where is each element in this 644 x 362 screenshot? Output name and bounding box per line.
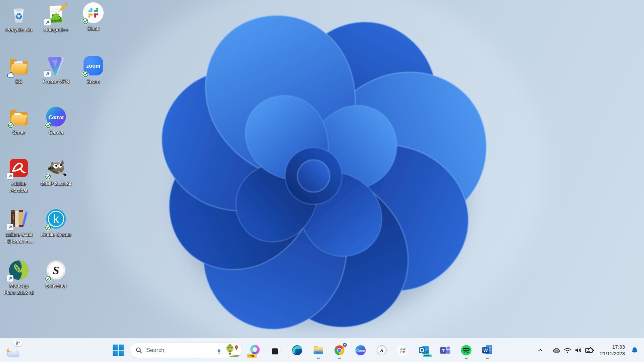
desktop-icon-canva[interactable]: Canva Canva — [38, 105, 74, 136]
shortcut-arrow-badge — [7, 224, 13, 230]
desktop-icon-recycle-bin[interactable]: ♻ Recycle Bin — [0, 3, 37, 33]
taskbar-outlook-button[interactable]: NEW — [414, 341, 434, 360]
madcap-flare-icon — [7, 259, 30, 282]
desktop-icon-label: Kindle Create — [41, 231, 71, 238]
slack-icon — [397, 344, 409, 356]
taskbar-canva-button[interactable]: Canva — [351, 341, 371, 360]
calibre-icon: ALIBRE — [7, 207, 30, 230]
search-daily-image[interactable] — [215, 343, 240, 357]
wallpaper-bloom — [60, 0, 564, 362]
desktop-icon-gimp[interactable]: GIMP 2.10.34 — [38, 157, 74, 187]
running-indicator — [338, 358, 341, 359]
taskbar-weather-widget[interactable]: 9° — [3, 338, 56, 362]
desktop-icon-label: Zoom — [87, 78, 100, 85]
system-tray: 17:33 21/11/2023 — [535, 338, 640, 362]
adobe-acrobat-icon — [7, 157, 30, 179]
outlook-new-badge: NEW — [423, 354, 432, 357]
taskbar-file-explorer-button[interactable] — [308, 341, 328, 360]
synced-check-badge — [82, 71, 89, 78]
scrivener-icon: S — [376, 345, 387, 356]
synced-check-badge — [45, 122, 52, 129]
wifi-tray-button[interactable] — [562, 343, 573, 358]
desktop-icon-es-folder[interactable]: ES — [0, 54, 37, 85]
volume-icon — [574, 347, 582, 354]
onedrive-cloud-badge — [6, 72, 15, 78]
taskbar-slack-button[interactable] — [393, 341, 413, 360]
desktop-icon-label: Recycle Bin — [5, 26, 32, 33]
word-icon: W — [481, 344, 493, 356]
taskbar-word-button[interactable]: W — [477, 341, 497, 360]
desktop-icon-label: Other — [12, 129, 25, 136]
desktop-icon-label: Adobe Acrobat — [10, 180, 28, 194]
taskbar: 9° Search — [0, 338, 644, 362]
edge-icon — [291, 344, 303, 356]
taskbar-task-view-button[interactable] — [266, 341, 286, 360]
desktop-icon-zoom[interactable]: zoom Zoom — [75, 54, 112, 85]
desktop-icon-notepad-plus-plus[interactable]: Notepad++ Notepad++ — [38, 3, 74, 33]
shortcut-arrow-badge — [44, 19, 51, 25]
copilot-preview-badge: PRE — [247, 354, 257, 358]
hidden-icons-button[interactable] — [535, 343, 545, 358]
canva-icon: Canva — [45, 105, 67, 128]
taskbar-chrome-button[interactable]: E — [329, 341, 350, 360]
synced-check-badge — [45, 224, 52, 231]
tray-clock[interactable]: 17:33 21/11/2023 — [596, 343, 629, 358]
search-icon — [136, 347, 142, 354]
battery-warning-icon — [585, 347, 594, 354]
taskbar-teams-button[interactable]: T — [435, 341, 455, 360]
gimp-icon — [45, 157, 67, 179]
proton-vpn-icon — [45, 54, 67, 77]
desktop-icon-madcap-flare[interactable]: MadCap Flare 2023 r2 — [0, 259, 37, 296]
synced-check-badge — [7, 122, 14, 129]
desktop-icon-label: GIMP 2.10.34 — [41, 180, 71, 187]
desktop-icon-label: Slack — [87, 25, 100, 32]
search-input[interactable]: Search — [130, 343, 242, 358]
shortcut-arrow-badge — [7, 173, 13, 179]
running-indicator — [486, 358, 489, 359]
slack-icon — [82, 1, 105, 24]
tray-date: 21/11/2023 — [600, 350, 625, 357]
scrivener-icon: S — [45, 259, 67, 282]
svg-text:Canva: Canva — [356, 349, 365, 352]
svg-text:ALIBRE: ALIBRE — [12, 214, 14, 223]
folder-icon — [7, 105, 30, 128]
onedrive-tray-button[interactable] — [551, 343, 562, 358]
wifi-icon — [564, 347, 572, 354]
taskbar-spotify-button[interactable] — [456, 341, 476, 360]
desktop-icon-adobe-acrobat[interactable]: Adobe Acrobat — [0, 157, 37, 194]
desktop-icon-scrivener[interactable]: S Scrivener — [38, 259, 74, 289]
recycle-bin-icon: ♻ — [7, 3, 30, 25]
canva-icon: Canva — [355, 345, 366, 356]
start-button[interactable] — [110, 341, 127, 360]
volume-tray-button[interactable] — [573, 343, 584, 358]
desktop-icon-label: calibre 64bit - E-book m... — [4, 231, 33, 245]
taskbar-scrivener-button[interactable]: S — [372, 341, 392, 360]
task-view-icon — [270, 345, 282, 356]
notepad-plus-plus-icon: Notepad++ — [45, 3, 67, 25]
taskbar-center-apps: Search — [110, 338, 497, 362]
shortcut-arrow-badge — [44, 71, 51, 77]
desktop-icon-label: Proton VPN — [43, 78, 69, 85]
teams-icon: T — [439, 344, 451, 356]
desktop-icon-calibre[interactable]: ALIBRE calibre 64bit - E-book m... — [0, 207, 37, 245]
taskbar-edge-button[interactable] — [287, 341, 307, 360]
desktop-icon-proton-vpn[interactable]: Proton VPN — [38, 54, 74, 85]
svg-text:k: k — [53, 212, 59, 225]
kindle-create-icon: k — [45, 207, 67, 230]
desktop-icon-label: Notepad++ — [44, 26, 68, 33]
tray-time: 17:33 — [612, 344, 625, 350]
weather-temperature: 9° — [13, 340, 22, 346]
desktop-icon-other-folder[interactable]: Other — [0, 105, 37, 136]
desktop-icon-slack[interactable]: Slack — [75, 1, 112, 32]
weather-cloud-icon — [6, 346, 21, 360]
svg-text:W: W — [483, 348, 488, 353]
desktop-icon-kindle-create[interactable]: k Kindle Create — [38, 207, 74, 238]
battery-warning-tray-button[interactable] — [584, 343, 596, 358]
taskbar-copilot-button[interactable]: PRE — [245, 341, 265, 360]
search-placeholder: Search — [146, 347, 211, 354]
running-indicator — [465, 358, 468, 359]
file-explorer-icon — [312, 344, 324, 356]
svg-text:S: S — [53, 264, 59, 277]
synced-check-badge — [45, 173, 52, 180]
notification-center-button[interactable] — [629, 343, 640, 358]
